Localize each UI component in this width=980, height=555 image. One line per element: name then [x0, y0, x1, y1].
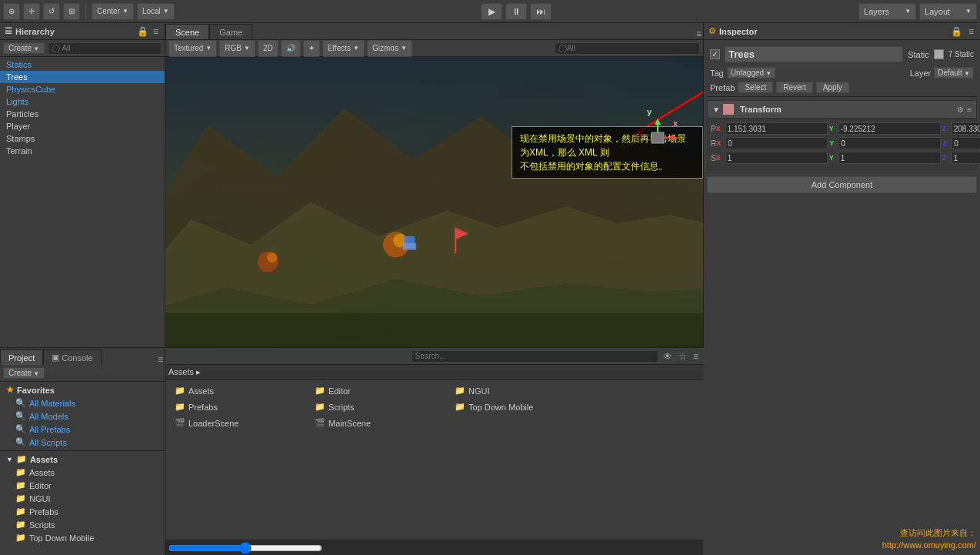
object-name-input[interactable] — [725, 46, 903, 62]
audio-btn[interactable]: 🔊 — [281, 40, 301, 57]
assets-assets-item[interactable]: 📁 Assets — [0, 466, 165, 479]
all-scripts-item[interactable]: 🔍 All Scripts — [0, 436, 165, 449]
hierarchy-item-player[interactable]: Player — [0, 120, 165, 132]
fx-btn[interactable]: ✦ — [303, 40, 320, 57]
pos-x-field: X — [716, 122, 828, 135]
transform-settings-icon[interactable]: ⚙ — [957, 105, 964, 114]
hierarchy-item-stamps[interactable]: Stamps — [0, 132, 165, 145]
assets-prefabs-item[interactable]: 📁 Prefabs — [0, 505, 165, 518]
tag-dropdown[interactable]: Untagged — [727, 67, 776, 79]
rot-y-input[interactable] — [838, 137, 941, 149]
bottom-left-menu-btn[interactable]: ≡ — [156, 354, 165, 365]
asset-folder-prefabs[interactable]: 📁 Prefabs — [168, 400, 307, 414]
assets-slider[interactable] — [168, 543, 322, 553]
hierarchy-search[interactable] — [48, 42, 162, 55]
static-dropdown[interactable]: 7 Static — [948, 50, 974, 59]
rot-x-input[interactable] — [725, 137, 828, 149]
asset-folder-scripts[interactable]: 📁 Scripts — [308, 400, 447, 414]
rot-z-input[interactable] — [952, 137, 980, 149]
assets-scripts-item[interactable]: 📁 Scripts — [0, 518, 165, 531]
asset-scene-main[interactable]: 🎬 MainScene — [308, 416, 447, 430]
all-materials-item[interactable]: 🔍 All Materials — [0, 396, 165, 410]
pause-button[interactable]: ⏸ — [505, 3, 527, 20]
prefab-apply-btn[interactable]: Apply — [816, 82, 849, 93]
all-prefabs-item[interactable]: 🔍 All Prefabs — [0, 423, 165, 436]
tool-rotate-btn[interactable]: ↺ — [43, 3, 60, 20]
asset-folder-editor[interactable]: 📁 Editor — [308, 383, 447, 398]
transform-header[interactable]: ▼ Transform ⚙ ≡ — [707, 100, 977, 119]
gizmos-btn[interactable]: Gizmos — [367, 40, 412, 57]
tab-project[interactable]: Project — [0, 349, 43, 365]
prefab-revert-btn[interactable]: Revert — [776, 82, 812, 93]
prefab-select-btn[interactable]: Select — [738, 82, 773, 93]
assets-star-btn[interactable]: ☆ — [677, 351, 688, 362]
project-create-btn[interactable]: Create — [3, 367, 45, 379]
all-models-item[interactable]: 🔍 All Models — [0, 410, 165, 423]
assets-eye-btn[interactable]: 👁 — [662, 351, 674, 362]
pivot-dropdown[interactable]: Center — [92, 3, 134, 20]
scale-y-field: Y — [829, 152, 941, 164]
static-checkbox[interactable] — [934, 49, 944, 59]
tool-unity-btn[interactable]: ⊕ — [3, 3, 20, 20]
play-button[interactable]: ▶ — [481, 3, 502, 20]
hierarchy-item-particles[interactable]: Particles — [0, 108, 165, 120]
inspector-lock-btn[interactable]: 🔒 — [949, 26, 964, 37]
sep-1 — [707, 96, 977, 97]
assets-editor-item[interactable]: 📁 Editor — [0, 479, 165, 492]
hierarchy-lock-btn[interactable]: 🔒 — [135, 26, 150, 37]
pos-x-input[interactable] — [725, 122, 828, 135]
scene-search[interactable] — [555, 42, 700, 55]
hierarchy-item-physicscube[interactable]: PhysicsCube — [0, 83, 165, 95]
tab-scene[interactable]: Scene — [165, 24, 209, 39]
hierarchy-item-statics[interactable]: Statics — [0, 59, 165, 71]
asset-folder-ngui[interactable]: 📁 NGUI — [448, 383, 587, 398]
assets-menu-btn[interactable]: ≡ — [692, 351, 700, 362]
object-active-checkbox[interactable]: ✓ — [710, 49, 720, 59]
hierarchy-item-terrain[interactable]: Terrain — [0, 145, 165, 157]
rgb-btn[interactable]: RGB — [219, 40, 255, 57]
scene-menu-btn[interactable]: ≡ — [695, 28, 703, 39]
bottom-area: Project ▣ Console ≡ Create ★ Favorites 🔍… — [0, 347, 703, 555]
tab-console[interactable]: ▣ Console — [43, 349, 101, 365]
assets-topdown-item[interactable]: 📁 Top Down Mobile — [0, 531, 165, 544]
scale-z-input[interactable] — [952, 152, 980, 164]
top-toolbar: ⊕ ✛ ↺ ⊞ Center Local ▶ ⏸ ⏭ Layers Layout — [0, 0, 980, 23]
textured-btn[interactable]: Textured — [168, 40, 217, 57]
tab-game[interactable]: Game — [209, 24, 252, 39]
space-dropdown[interactable]: Local — [137, 3, 175, 20]
effects-btn[interactable]: Effects — [322, 40, 365, 57]
inspector-menu-btn[interactable]: ≡ — [967, 26, 975, 37]
asset-folder-topdown[interactable]: 📁 Top Down Mobile — [448, 400, 587, 414]
hierarchy-menu-btn[interactable]: ≡ — [152, 26, 160, 37]
asset-folder-assets-label: Assets — [188, 386, 214, 396]
2d-btn[interactable]: 2D — [258, 40, 278, 57]
transform-context-btn[interactable]: ≡ — [967, 105, 972, 114]
layers-dropdown[interactable]: Layers — [858, 3, 916, 20]
favorites-header[interactable]: ★ Favorites — [0, 383, 165, 396]
hierarchy-create-btn[interactable]: Create — [3, 42, 45, 54]
assets-search-input[interactable] — [412, 350, 659, 363]
step-button[interactable]: ⏭ — [530, 3, 552, 20]
assets-ngui-item[interactable]: 📁 NGUI — [0, 492, 165, 505]
pos-y-input[interactable] — [838, 122, 941, 135]
assets-root[interactable]: ▼ 📁 Assets — [0, 453, 165, 466]
asset-scene-loader[interactable]: 🎬 LoaderScene — [168, 416, 307, 430]
transform-grid: P X Y Z — [707, 119, 977, 170]
transform-fold-icon: ▼ — [712, 105, 720, 114]
tool-move-btn[interactable]: ✛ — [23, 3, 40, 20]
layer-dropdown[interactable]: Default — [934, 67, 974, 79]
asset-folder-assets[interactable]: 📁 Assets — [168, 383, 307, 398]
add-component-btn[interactable]: Add Component — [707, 176, 977, 193]
scale-x-input[interactable] — [725, 152, 828, 164]
tool-scale-btn[interactable]: ⊞ — [63, 3, 80, 20]
pos-z-input[interactable] — [952, 122, 980, 135]
scale-y-input[interactable] — [838, 152, 941, 164]
asset-folder-scripts-label: Scripts — [328, 403, 355, 412]
rotation-fields: X Y Z — [716, 137, 980, 149]
hierarchy-item-trees[interactable]: Trees — [0, 71, 165, 83]
toolbar-right: Layers Layout — [858, 3, 977, 20]
layout-dropdown[interactable]: Layout — [919, 3, 977, 20]
watermark-line2: http://www.omuying.com/ — [882, 540, 976, 551]
hierarchy-item-lights[interactable]: Lights — [0, 95, 165, 108]
scene-viewport[interactable]: 现在禁用场景中的对象，然后再导出场景为XML，那么 XML 则 不包括禁用的对象… — [165, 57, 703, 347]
